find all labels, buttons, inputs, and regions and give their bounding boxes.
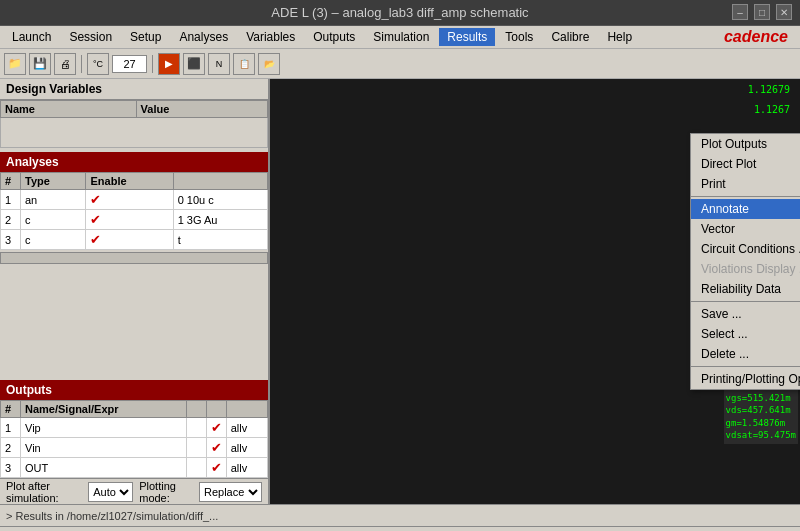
temp-icon: °C xyxy=(87,53,109,75)
outputs-header: Outputs xyxy=(0,380,268,400)
dv-col-name: Name xyxy=(1,101,137,118)
menu-circuit-conditions[interactable]: Circuit Conditions ... xyxy=(691,239,800,259)
design-vars-table: Name Value xyxy=(0,100,268,148)
close-button[interactable]: ✕ xyxy=(776,4,792,20)
run-button[interactable]: ▶ xyxy=(158,53,180,75)
nm1-vdsat: vdsat=95.475m xyxy=(726,429,796,442)
stop-button[interactable]: ⬛ xyxy=(183,53,205,75)
menu-save[interactable]: Save ... xyxy=(691,304,800,324)
separator-1 xyxy=(81,55,82,73)
menu-launch[interactable]: Launch xyxy=(4,28,59,46)
temperature-input[interactable] xyxy=(112,55,147,73)
menu-variables[interactable]: Variables xyxy=(238,28,303,46)
maximize-button[interactable]: □ xyxy=(754,4,770,20)
outputs-table: # Name/Signal/Expr 1 Vip ✔ allv xyxy=(0,400,268,478)
analyses-table: # Type Enable 1 an ✔ 0 10u c xyxy=(0,172,268,250)
window-title: ADE L (3) – analog_lab3 diff_amp schemat… xyxy=(271,5,528,20)
analyses-panel: Analyses # Type Enable 1 xyxy=(0,152,268,378)
minimize-button[interactable]: – xyxy=(732,4,748,20)
nm1-gm: gm=1.54876m xyxy=(726,417,796,430)
output-row-2: 2 Vin ✔ allv xyxy=(1,438,268,458)
output-row-1: 1 Vip ✔ allv xyxy=(1,418,268,438)
toolbar: 📁 💾 🖨 °C ▶ ⬛ N 📋 📂 xyxy=(0,49,800,79)
plot-bar: Plot after simulation: Auto Plotting mod… xyxy=(0,478,268,504)
menu-delete[interactable]: Delete ... xyxy=(691,344,800,364)
plotting-mode-select[interactable]: Replace xyxy=(199,482,262,502)
analyses-col-num: # xyxy=(1,173,21,190)
tool-6[interactable]: 📂 xyxy=(258,53,280,75)
menu-results[interactable]: Results xyxy=(439,28,495,46)
cadence-logo: cadence xyxy=(724,28,796,46)
status-bar: 19(40) Hide Parasitics Status: Ready T=2… xyxy=(0,526,800,531)
analyses-title: Analyses xyxy=(6,155,59,169)
analyses-row-3: 3 c ✔ t xyxy=(1,230,268,250)
nm1-vgs: vgs=515.421m xyxy=(726,392,796,405)
menu-annotate[interactable]: Annotate▶ xyxy=(691,199,800,219)
menu-print[interactable]: Print▶ xyxy=(691,174,800,194)
save-button[interactable]: 💾 xyxy=(29,53,51,75)
menu-vector[interactable]: Vector xyxy=(691,219,800,239)
menu-direct-plot[interactable]: Direct Plot▶ xyxy=(691,154,800,174)
right-area: 1.12679 1.1267 NM1 id=99.638u vgs=515.42… xyxy=(270,79,800,504)
schematic-val-2: 1.1267 xyxy=(754,104,790,115)
menu-plot-outputs[interactable]: Plot Outputs▶ xyxy=(691,134,800,154)
menu-calibre[interactable]: Calibre xyxy=(543,28,597,46)
design-vars-title: Design Variables xyxy=(0,79,268,100)
outputs-panel: Outputs # Name/Signal/Expr 1 Vip xyxy=(0,380,268,478)
results-dropdown: Plot Outputs▶ Direct Plot▶ Print▶ Annota… xyxy=(690,133,800,390)
analyses-col-type: Type xyxy=(21,173,86,190)
bottom-message: > Results in /home/zl1027/simulation/dif… xyxy=(6,510,218,522)
left-panel: Design Variables Name Value Analyses xyxy=(0,79,270,504)
menu-printing-options[interactable]: Printing/Plotting Options ... xyxy=(691,369,800,389)
main-content: Design Variables Name Value Analyses xyxy=(0,79,800,504)
menu-analyses[interactable]: Analyses xyxy=(171,28,236,46)
analyses-header: Analyses xyxy=(0,152,268,172)
menu-bar: Launch Session Setup Analyses Variables … xyxy=(0,26,800,49)
outputs-col-name: Name/Signal/Expr xyxy=(21,401,187,418)
plotting-mode-label: Plotting mode: xyxy=(139,480,193,504)
menu-session[interactable]: Session xyxy=(61,28,120,46)
output-row-3: 3 OUT ✔ allv xyxy=(1,458,268,478)
dv-col-value: Value xyxy=(136,101,267,118)
menu-simulation[interactable]: Simulation xyxy=(365,28,437,46)
analyses-col-val xyxy=(173,173,267,190)
analyses-row-1: 1 an ✔ 0 10u c xyxy=(1,190,268,210)
menu-sep-2 xyxy=(691,301,800,302)
menu-violations-display: Violations Display ... xyxy=(691,259,800,279)
bottom-message-bar: > Results in /home/zl1027/simulation/dif… xyxy=(0,504,800,526)
schematic-val-1: 1.12679 xyxy=(748,84,790,95)
separator-2 xyxy=(152,55,153,73)
analyses-col-enable: Enable xyxy=(86,173,173,190)
menu-reliability-data[interactable]: Reliability Data▶ xyxy=(691,279,800,299)
menu-outputs[interactable]: Outputs xyxy=(305,28,363,46)
analyses-scrollbar[interactable] xyxy=(0,252,268,264)
menu-sep-1 xyxy=(691,196,800,197)
menu-help[interactable]: Help xyxy=(599,28,640,46)
menu-tools[interactable]: Tools xyxy=(497,28,541,46)
open-button[interactable]: 📁 xyxy=(4,53,26,75)
tool-5[interactable]: 📋 xyxy=(233,53,255,75)
plot-mode-select[interactable]: Auto xyxy=(88,482,133,502)
nm1-vds: vds=457.641m xyxy=(726,404,796,417)
analyses-row-2: 2 c ✔ 1 3G Au xyxy=(1,210,268,230)
title-bar: ADE L (3) – analog_lab3 diff_amp schemat… xyxy=(0,0,800,26)
outputs-title: Outputs xyxy=(6,383,52,397)
menu-setup[interactable]: Setup xyxy=(122,28,169,46)
menu-select[interactable]: Select ... xyxy=(691,324,800,344)
print-button[interactable]: 🖨 xyxy=(54,53,76,75)
netlist-button[interactable]: N xyxy=(208,53,230,75)
plot-label: Plot after simulation: xyxy=(6,480,82,504)
menu-sep-3 xyxy=(691,366,800,367)
